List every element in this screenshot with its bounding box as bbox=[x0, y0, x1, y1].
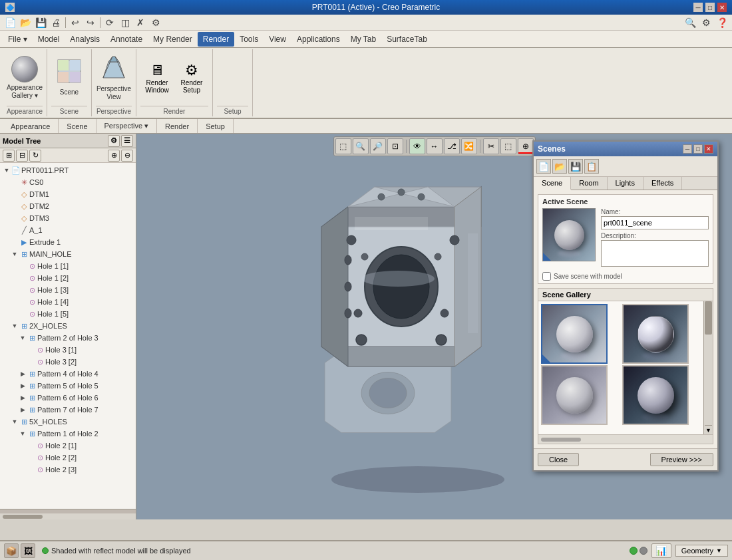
model-tree-menu-icon[interactable]: ☰ bbox=[121, 135, 133, 147]
menu-annotate[interactable]: Annotate bbox=[105, 32, 148, 47]
status-render-icon[interactable]: 🖼 bbox=[21, 543, 35, 558]
gallery-scroll-thumb[interactable] bbox=[705, 301, 712, 335]
gallery-item-2[interactable] bbox=[622, 304, 689, 364]
redo-button[interactable]: ↪ bbox=[83, 15, 98, 30]
tree-add-icon[interactable]: ⊞ bbox=[3, 150, 15, 162]
regenerate-button[interactable]: ⟳ bbox=[102, 15, 117, 30]
menu-surface-tab[interactable]: SurfaceTab bbox=[381, 32, 433, 47]
tab-appearance[interactable]: Appearance bbox=[3, 119, 59, 133]
panel-scrollbar-h[interactable] bbox=[0, 513, 136, 519]
tree-item-dtm1[interactable]: ◇ DTM1 bbox=[0, 188, 136, 200]
render-setup-button[interactable]: ⚙ RenderSetup bbox=[175, 59, 208, 97]
tree-item-pattern1[interactable]: ▼ ⊞ Pattern 1 of Hole 2 bbox=[0, 428, 136, 440]
tree-item-pattern7[interactable]: ▶ ⊞ Pattern 7 of Hole 7 bbox=[0, 404, 136, 416]
dialog-close-button[interactable]: ✕ bbox=[704, 144, 713, 154]
status-circle-green[interactable] bbox=[630, 547, 638, 555]
tree-item-hole1-3[interactable]: ⊙ Hole 1 [3] bbox=[0, 284, 136, 296]
vp-zoom-out[interactable]: 🔎 bbox=[370, 138, 386, 154]
close-button[interactable]: Close bbox=[538, 453, 579, 466]
vp-display-style[interactable]: ⊡ bbox=[387, 138, 403, 154]
name-input[interactable] bbox=[601, 216, 709, 229]
tab-perspective[interactable]: Perspective ▾ bbox=[96, 119, 158, 133]
tree-item-pattern5[interactable]: ▶ ⊞ Pattern 5 of Hole 5 bbox=[0, 380, 136, 392]
menu-file[interactable]: File ▾ bbox=[3, 32, 33, 47]
close-button[interactable]: ✕ bbox=[717, 3, 727, 12]
vp-zoom-fit[interactable]: ⬚ bbox=[335, 138, 351, 154]
tree-item-hole1-1[interactable]: ⊙ Hole 1 [1] bbox=[0, 260, 136, 272]
tree-item-a1[interactable]: ╱ A_1 bbox=[0, 224, 136, 236]
tree-item-hole1-4[interactable]: ⊙ Hole 1 [4] bbox=[0, 296, 136, 308]
options-button[interactable]: ⚙ bbox=[699, 15, 713, 30]
toggle-pattern7[interactable]: ▶ bbox=[19, 406, 27, 413]
model-tree-settings-icon[interactable]: ⚙ bbox=[108, 135, 120, 147]
menu-render[interactable]: Render bbox=[198, 32, 234, 47]
preview-button[interactable]: Preview >>> bbox=[650, 453, 713, 466]
status-circle-gray[interactable] bbox=[640, 547, 647, 555]
toggle-pattern4[interactable]: ▶ bbox=[19, 370, 27, 377]
minimize-button[interactable]: ─ bbox=[693, 3, 703, 12]
open-button[interactable]: 📂 bbox=[18, 15, 33, 30]
tree-remove-icon[interactable]: ⊟ bbox=[16, 150, 28, 162]
tree-item-main-hole[interactable]: ▼ ⊞ MAIN_HOLE bbox=[0, 248, 136, 260]
geometry-dropdown[interactable]: Geometry ▼ bbox=[675, 545, 728, 557]
dialog-open-icon[interactable]: 📂 bbox=[552, 159, 567, 174]
tree-item-2x-holes[interactable]: ▼ ⊞ 2X_HOLES bbox=[0, 320, 136, 332]
tree-item-hole1-5[interactable]: ⊙ Hole 1 [5] bbox=[0, 308, 136, 320]
tree-item-pattern4[interactable]: ▶ ⊞ Pattern 4 of Hole 4 bbox=[0, 368, 136, 380]
toggle-root[interactable]: ▼ bbox=[3, 167, 11, 174]
tree-item-pattern2[interactable]: ▼ ⊞ Pattern 2 of Hole 3 bbox=[0, 332, 136, 344]
toggle-pattern1[interactable]: ▼ bbox=[19, 430, 27, 437]
dialog-tab-room[interactable]: Room bbox=[571, 177, 607, 190]
tree-item-hole2-1[interactable]: ⊙ Hole 2 [1] bbox=[0, 440, 136, 452]
tab-scene[interactable]: Scene bbox=[59, 119, 96, 133]
tree-item-dtm2[interactable]: ◇ DTM2 bbox=[0, 200, 136, 212]
tree-item-pattern6[interactable]: ▶ ⊞ Pattern 6 of Hole 6 bbox=[0, 392, 136, 404]
scene-thumbnail[interactable] bbox=[542, 208, 596, 261]
toggle-pattern5[interactable]: ▶ bbox=[19, 382, 27, 389]
gallery-item-4[interactable] bbox=[622, 365, 689, 425]
menu-view[interactable]: View bbox=[264, 32, 291, 47]
toggle-pattern6[interactable]: ▶ bbox=[19, 394, 27, 401]
gallery-hscroll[interactable] bbox=[541, 438, 581, 442]
menu-tools[interactable]: Tools bbox=[234, 32, 264, 47]
menu-applications[interactable]: Applications bbox=[291, 32, 345, 47]
search-button[interactable]: 🔍 bbox=[683, 15, 697, 30]
tree-item-hole2-2[interactable]: ⊙ Hole 2 [2] bbox=[0, 452, 136, 464]
menu-my-tab[interactable]: My Tab bbox=[345, 32, 381, 47]
toggle-main-hole[interactable]: ▼ bbox=[11, 251, 19, 257]
vp-spin[interactable]: ↔ bbox=[427, 138, 443, 154]
tree-item-extrude1[interactable]: ▶ Extrude 1 bbox=[0, 236, 136, 248]
vp-pan[interactable]: ⎇ bbox=[444, 138, 460, 154]
tree-item-hole2-3[interactable]: ⊙ Hole 2 [3] bbox=[0, 464, 136, 476]
tree-collapse-icon[interactable]: ⊖ bbox=[121, 150, 133, 162]
close-window-button[interactable]: ✗ bbox=[133, 15, 148, 30]
status-model-icon[interactable]: 📦 bbox=[4, 543, 19, 558]
toggle-pattern2[interactable]: ▼ bbox=[19, 335, 27, 341]
gallery-scroll-down[interactable]: ▼ bbox=[705, 425, 712, 434]
description-textarea[interactable] bbox=[601, 240, 709, 267]
tree-item-hole1-2[interactable]: ⊙ Hole 1 [2] bbox=[0, 272, 136, 284]
dialog-new-icon[interactable]: 📄 bbox=[536, 159, 551, 174]
dialog-minimize-button[interactable]: ─ bbox=[683, 144, 692, 154]
vp-rotate[interactable]: 🔀 bbox=[461, 138, 477, 154]
tree-expand-icon[interactable]: ⊕ bbox=[108, 150, 120, 162]
help-button[interactable]: ❓ bbox=[715, 15, 729, 30]
save-button[interactable]: 💾 bbox=[33, 15, 48, 30]
vp-appearance[interactable]: ⊕ bbox=[518, 138, 534, 154]
tree-refresh-icon[interactable]: ↻ bbox=[29, 150, 41, 162]
gallery-item-3[interactable] bbox=[541, 365, 608, 425]
tree-item-cs0[interactable]: ✳ CS0 bbox=[0, 176, 136, 188]
tree-item-hole3-1[interactable]: ⊙ Hole 3 [1] bbox=[0, 344, 136, 356]
toggle-5x-holes[interactable]: ▼ bbox=[11, 418, 19, 425]
tree-item-root[interactable]: ▼ 📄 PRT0011.PRT bbox=[0, 164, 136, 176]
new-button[interactable]: 📄 bbox=[3, 15, 17, 30]
settings-button[interactable]: ⚙ bbox=[148, 15, 163, 30]
vp-orient[interactable]: 👁 bbox=[409, 138, 425, 154]
menu-model[interactable]: Model bbox=[33, 32, 65, 47]
viewport[interactable]: ⬚ 🔍 🔎 ⊡ 👁 ↔ ⎇ 🔀 ✂ ⬚ ⊕ bbox=[136, 134, 732, 519]
tree-item-hole3-2[interactable]: ⊙ Hole 3 [2] bbox=[0, 356, 136, 368]
vp-view-manager[interactable]: ⬚ bbox=[500, 138, 516, 154]
gallery-item-1[interactable] bbox=[541, 304, 608, 364]
maximize-button[interactable]: □ bbox=[705, 3, 715, 12]
dialog-save-icon[interactable]: 💾 bbox=[568, 159, 583, 174]
